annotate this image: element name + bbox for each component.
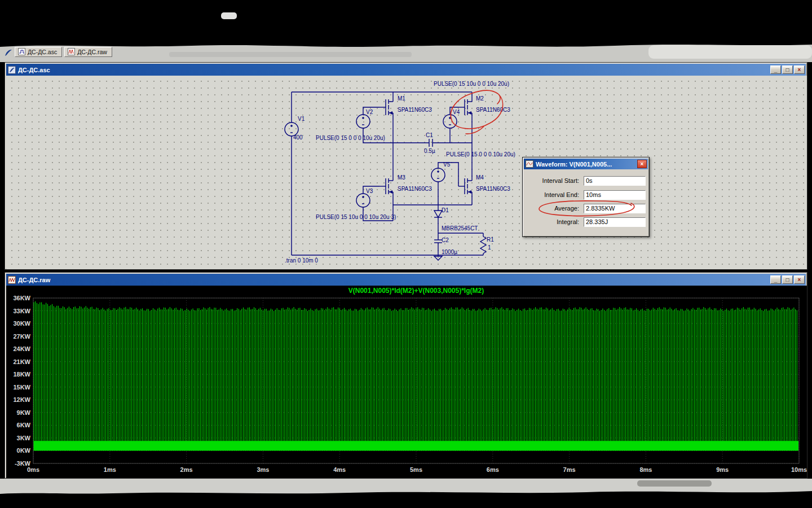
svg-text:0KW: 0KW — [17, 447, 31, 454]
schematic-window-icon — [8, 66, 16, 74]
label-v5-ref: V5 — [443, 161, 451, 168]
svg-text:5ms: 5ms — [410, 466, 422, 473]
source-V4[interactable] — [443, 115, 457, 128]
plot-window-title: ДС-ДС.raw — [18, 277, 770, 283]
svg-text:6ms: 6ms — [487, 466, 499, 473]
screen: ДС-ДС.asc ДС-ДС.raw ДС-ДС.asc _ □ × — [0, 0, 812, 508]
integral-value[interactable]: 28.335J — [584, 217, 646, 227]
label-v1-ref: V1 — [298, 116, 305, 122]
power-trace — [34, 301, 798, 451]
mosfet-M4[interactable] — [458, 171, 472, 200]
svg-text:30KW: 30KW — [13, 320, 30, 327]
schematic-window-titlebar[interactable]: ДС-ДС.asc _ □ × — [6, 64, 806, 76]
plot-area[interactable]: 36KW33KW30KW27KW24KW21KW18KW15KW12KW9KW6… — [6, 286, 807, 478]
waveform-stats-dialog: Waveform: V(N001,N005... × Interval Star… — [522, 157, 650, 237]
field-interval-end: Interval End: 10ms — [526, 190, 646, 200]
source-V2[interactable] — [356, 115, 370, 128]
bottom-band-wave — [0, 488, 812, 496]
label-m4-value: SPA11N60C3 — [476, 186, 510, 192]
plot-canvas[interactable]: 36KW33KW30KW27KW24KW21KW18KW15KW12KW9KW6… — [6, 286, 807, 478]
directive-tran: .tran 0 10m 0 — [285, 257, 318, 264]
dialog-title: Waveform: V(N001,N005... — [536, 161, 637, 168]
label-m1-ref: M1 — [398, 95, 405, 102]
mosfet-M3[interactable] — [379, 171, 393, 200]
label-d1-value: MBRB2545CT — [442, 225, 478, 231]
tab-schematic[interactable]: ДС-ДС.asc — [15, 47, 62, 57]
svg-text:10ms: 10ms — [791, 466, 807, 473]
schematic-drawing: V1 400 V2 V4 V3 V5 M1 SPA11N60C3 M2 SPA1… — [6, 76, 807, 269]
label-c1-ref: C1 — [426, 132, 433, 138]
interval-end-input[interactable]: 10ms — [584, 190, 646, 200]
tab-waveform[interactable]: ДС-ДС.raw — [64, 47, 112, 57]
label-r1-ref: R1 — [487, 237, 494, 243]
svg-text:21KW: 21KW — [13, 358, 30, 365]
directive-pulse-left: PULSE(0 15 0 0 0 10u 20u) — [316, 135, 385, 141]
svg-text:9ms: 9ms — [716, 466, 729, 473]
svg-text:15KW: 15KW — [13, 384, 30, 391]
field-integral: Integral: 28.335J — [526, 217, 646, 227]
label-m3-ref: M3 — [398, 174, 405, 181]
svg-text:9KW: 9KW — [17, 409, 31, 416]
svg-text:33KW: 33KW — [13, 308, 30, 314]
minimize-button[interactable]: _ — [770, 275, 781, 284]
svg-text:3ms: 3ms — [257, 466, 269, 473]
label-r1-value: 1 — [488, 244, 491, 251]
waveform-tab-icon — [68, 48, 75, 55]
source-V5[interactable] — [431, 168, 445, 182]
directive-pulse-top: PULSE(0 15 10u 0 0 10u 20u) — [434, 81, 509, 87]
svg-text:2ms: 2ms — [180, 466, 193, 473]
plot-window-icon — [8, 276, 16, 284]
label-v3-ref: V3 — [366, 188, 373, 194]
schematic-window: ДС-ДС.asc _ □ × — [5, 62, 807, 270]
schematic-tab-icon — [18, 48, 25, 55]
dialog-titlebar[interactable]: Waveform: V(N001,N005... × — [524, 159, 648, 169]
trace-label: V(N001,N005)*Id(M2)+V(N003,N005)*Ig(M2) — [348, 287, 484, 295]
interval-start-input[interactable]: 0s — [584, 176, 646, 186]
schematic-wires — [292, 92, 486, 260]
field-label: Interval End: — [526, 191, 579, 198]
plot-window: ДС-ДС.raw _ □ × 36KW33KW30KW27KW24KW21KW… — [5, 272, 807, 479]
schematic-labels: V1 400 V2 V4 V3 V5 M1 SPA11N60C3 M2 SPA1… — [285, 81, 515, 264]
schematic-canvas[interactable]: V1 400 V2 V4 V3 V5 M1 SPA11N60C3 M2 SPA1… — [6, 76, 807, 269]
window-controls: _ □ × — [770, 65, 805, 74]
close-button[interactable]: × — [794, 65, 805, 74]
svg-text:18KW: 18KW — [13, 371, 30, 378]
label-v4-ref: V4 — [453, 109, 460, 115]
desktop-artifact — [221, 12, 237, 19]
svg-text:6KW: 6KW — [17, 422, 31, 428]
dialog-close-button[interactable]: × — [637, 160, 647, 168]
field-average: Average: 2.8335KW — [526, 204, 646, 213]
mosfet-M2[interactable] — [458, 92, 472, 121]
desktop-artifact — [637, 480, 712, 487]
maximize-button[interactable]: □ — [782, 275, 793, 284]
desktop-artifact — [169, 52, 412, 57]
average-value[interactable]: 2.8335KW — [584, 204, 646, 213]
source-V3[interactable] — [356, 194, 370, 207]
svg-text:12KW: 12KW — [13, 396, 30, 403]
tab-label: ДС-ДС.raw — [77, 49, 107, 55]
label-c2-ref: C2 — [442, 237, 449, 243]
svg-text:36KW: 36KW — [13, 295, 30, 301]
directive-pulse-right: PULSE(0 15 0 0 0 10u 20u) — [446, 151, 515, 157]
svg-text:4ms: 4ms — [333, 466, 346, 473]
svg-text:3KW: 3KW — [17, 435, 31, 441]
field-interval-start: Interval Start: 0s — [526, 176, 646, 186]
svg-text:7ms: 7ms — [563, 466, 576, 473]
minimize-button[interactable]: _ — [770, 65, 781, 74]
close-button[interactable]: × — [794, 275, 805, 284]
label-d1-ref: D1 — [442, 207, 449, 213]
svg-text:0ms: 0ms — [27, 466, 39, 473]
label-v2-ref: V2 — [366, 109, 373, 115]
window-controls: _ □ × — [770, 275, 805, 284]
maximize-button[interactable]: □ — [782, 65, 793, 74]
plot-window-titlebar[interactable]: ДС-ДС.raw _ □ × — [6, 274, 806, 286]
svg-text:1ms: 1ms — [104, 466, 116, 473]
label-v1-value: 400 — [293, 134, 303, 141]
svg-text:8ms: 8ms — [639, 466, 652, 473]
desktop-artifact — [648, 45, 812, 59]
tab-label: ДС-ДС.asc — [28, 49, 57, 55]
mosfet-M1[interactable] — [379, 92, 393, 121]
label-m4-ref: M4 — [476, 174, 484, 181]
label-c2-value: 1000µ — [442, 249, 457, 255]
label-m1-value: SPA11N60C3 — [398, 107, 432, 113]
